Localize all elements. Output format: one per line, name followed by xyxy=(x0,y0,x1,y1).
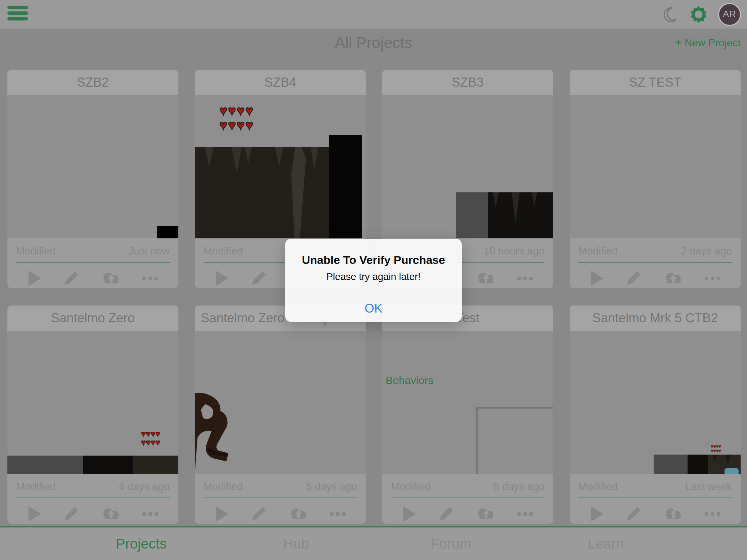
card-footer: Modified 5 days ago xyxy=(195,474,366,524)
modified-label: Modified xyxy=(578,245,618,257)
project-thumbnail: ♥♥♥♥ ♥♥♥♥ xyxy=(570,331,741,474)
edit-pencil-button[interactable] xyxy=(625,506,642,523)
top-bar: AR xyxy=(0,0,747,29)
modified-time: 4 days ago xyxy=(119,481,170,493)
project-card-test[interactable]: Test Behaviors Modified 5 days ago xyxy=(382,305,553,524)
project-title-bar: Santelmo Mrk 5 CTB2 xyxy=(570,305,741,331)
play-button[interactable] xyxy=(27,505,42,523)
project-title-bar: Santelmo Zero xyxy=(7,305,178,331)
ground-strip xyxy=(7,456,178,474)
modified-time: 5 days ago xyxy=(493,481,544,493)
alert-dialog: Unable To Verify Purchase Please try aga… xyxy=(285,239,462,322)
project-card-santelmo-zero[interactable]: Santelmo Zero ♥♥♥♥ ♥♥♥♥ Modified 4 days … xyxy=(7,305,178,524)
dark-mode-moon-icon[interactable] xyxy=(660,5,679,24)
project-title-bar: SZB3 xyxy=(382,70,553,95)
project-title: SZ TEST xyxy=(629,75,681,90)
project-thumbnail xyxy=(7,95,178,238)
cloud-upload-button[interactable] xyxy=(288,506,309,522)
card-footer: Modified Just now xyxy=(7,238,178,288)
card-footer: Modified 2 days ago xyxy=(570,238,741,288)
edit-pencil-button[interactable] xyxy=(63,270,80,287)
card-footer: Modified 5 days ago xyxy=(382,474,553,524)
thumbnail-black-block xyxy=(157,226,178,238)
project-title-bar: SZB2 xyxy=(7,70,178,95)
play-button[interactable] xyxy=(402,505,417,523)
modified-label: Modified xyxy=(16,481,55,493)
black-pillar xyxy=(329,135,362,238)
hearts-hud: ♥♥♥♥ ♥♥♥♥ xyxy=(141,429,167,449)
project-thumbnail xyxy=(195,331,366,474)
card-footer: Modified Last week xyxy=(570,474,741,524)
play-button[interactable] xyxy=(589,269,604,287)
project-title: Santelmo Mrk 5 CTB2 xyxy=(592,311,718,325)
tab-projects[interactable]: Projects xyxy=(64,536,218,552)
modified-time: 2 days ago xyxy=(681,245,732,257)
ok-button[interactable]: OK xyxy=(285,295,462,322)
cloud-upload-button[interactable] xyxy=(101,271,122,286)
bottom-tab-bar: Projects Hub Forum Learn xyxy=(0,527,747,560)
play-button[interactable] xyxy=(27,269,42,287)
cloud-upload-button[interactable] xyxy=(475,506,496,522)
avatar[interactable]: AR xyxy=(718,3,741,26)
alert-message: Please try again later! xyxy=(327,271,420,282)
square-outline xyxy=(476,407,553,474)
tab-learn[interactable]: Learn xyxy=(529,536,683,552)
card-footer: Modified 4 days ago xyxy=(7,474,178,524)
divider xyxy=(204,498,357,498)
project-thumbnail: ♥♥♥♥ ♥♥♥♥ xyxy=(195,95,366,238)
project-title: SZB2 xyxy=(77,75,109,90)
project-card-santelmo-mrk5[interactable]: Santelmo Mrk 5 CTB2 ♥♥♥♥ ♥♥♥♥ Modified xyxy=(570,305,741,524)
project-thumbnail xyxy=(382,95,553,238)
character-fragment xyxy=(724,468,739,474)
edit-pencil-button[interactable] xyxy=(625,270,642,287)
cloud-upload-button[interactable] xyxy=(475,271,496,286)
cloud-upload-button[interactable] xyxy=(663,506,684,522)
play-button[interactable] xyxy=(589,505,604,523)
hearts-hud: ♥♥♥♥ ♥♥♥♥ xyxy=(219,103,254,132)
project-card-szb2[interactable]: SZB2 Modified Just now xyxy=(7,70,178,288)
new-project-button[interactable]: + New Project xyxy=(675,37,741,49)
hearts-hud: ♥♥♥♥ ♥♥♥♥ xyxy=(711,444,730,453)
more-options-button[interactable] xyxy=(143,512,159,516)
project-title: SZB3 xyxy=(452,75,484,90)
avatar-initials: AR xyxy=(723,9,736,20)
project-thumbnail xyxy=(570,95,741,238)
project-thumbnail: Behaviors xyxy=(382,331,553,474)
modified-time: Last week xyxy=(685,481,732,493)
tab-forum[interactable]: Forum xyxy=(374,536,529,552)
project-title-bar: SZ TEST xyxy=(570,70,741,95)
modified-label: Modified xyxy=(391,481,430,493)
menu-icon[interactable] xyxy=(7,6,28,23)
project-card-sz-test[interactable]: SZ TEST Modified 2 days ago xyxy=(570,70,741,288)
more-options-button[interactable] xyxy=(143,276,159,281)
tab-hub[interactable]: Hub xyxy=(218,536,374,552)
gray-block xyxy=(456,192,488,238)
edit-pencil-button[interactable] xyxy=(250,270,267,287)
more-options-button[interactable] xyxy=(330,512,346,516)
edit-pencil-button[interactable] xyxy=(63,506,80,523)
play-button[interactable] xyxy=(214,505,229,523)
modified-label: Modified xyxy=(204,245,243,257)
edit-pencil-button[interactable] xyxy=(250,506,267,523)
project-card-santelmo-zero-backup[interactable]: Santelmo Zero Backup Now Modified 5 days… xyxy=(195,305,366,524)
cave-background xyxy=(488,192,553,238)
edit-pencil-button[interactable] xyxy=(438,506,455,523)
more-options-button[interactable] xyxy=(517,512,534,516)
more-options-button[interactable] xyxy=(517,276,534,281)
project-title: SZB4 xyxy=(264,75,296,90)
modified-time: 10 hours ago xyxy=(484,245,544,257)
play-button[interactable] xyxy=(214,269,229,287)
cloud-upload-button[interactable] xyxy=(663,271,684,286)
divider xyxy=(16,498,170,498)
behaviors-label: Behaviors xyxy=(386,374,433,387)
light-mode-sun-icon[interactable] xyxy=(689,5,708,24)
alert-title: Unable To Verify Purchase xyxy=(302,254,445,267)
ground-strip xyxy=(570,455,741,474)
divider xyxy=(16,262,170,263)
more-options-button[interactable] xyxy=(705,512,721,516)
page-title: All Projects xyxy=(0,33,747,52)
cloud-upload-button[interactable] xyxy=(101,506,122,522)
modified-label: Modified xyxy=(204,481,243,493)
more-options-button[interactable] xyxy=(705,276,721,281)
root-branch-art xyxy=(195,393,238,474)
